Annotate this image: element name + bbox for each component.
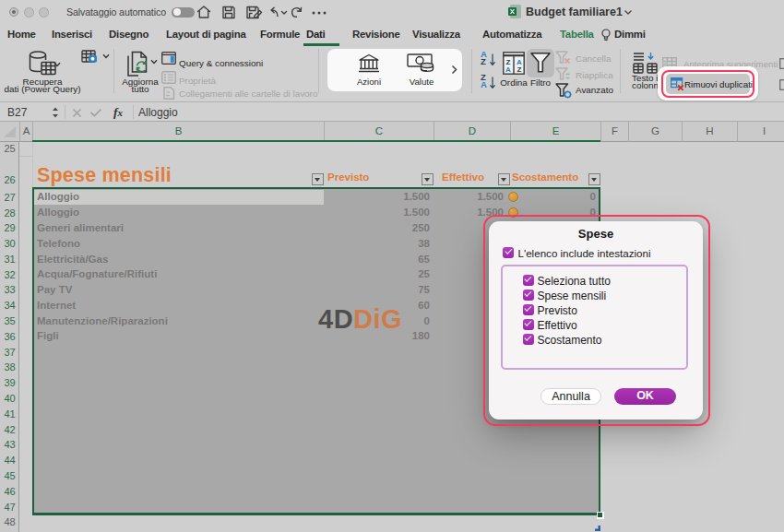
svg-text:Z: Z bbox=[517, 65, 522, 74]
svg-text:A: A bbox=[505, 65, 511, 74]
